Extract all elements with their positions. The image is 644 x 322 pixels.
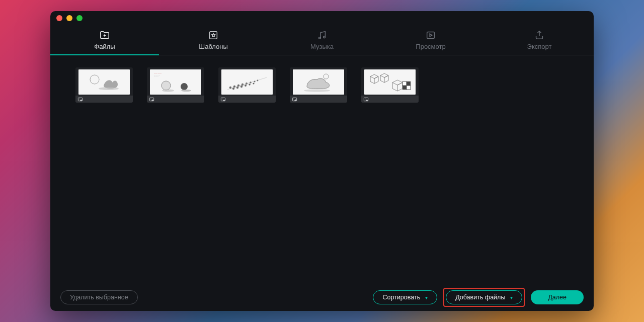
thumbnail-preview: —— —— — — — — — — — (150, 69, 201, 95)
delete-selected-button[interactable]: Удалить выбранное (60, 290, 138, 304)
svg-rect-38 (403, 86, 407, 90)
svg-text:— — —: — — — (154, 76, 158, 77)
svg-point-27 (249, 84, 251, 86)
svg-point-33 (222, 98, 222, 99)
tab-export[interactable]: Экспорт (485, 25, 594, 55)
thumbnail-info-strip (147, 96, 204, 103)
media-thumbnail[interactable] (75, 67, 133, 103)
svg-point-26 (245, 85, 247, 87)
thumbnail-preview (78, 69, 130, 95)
next-label: Далее (548, 294, 567, 301)
next-button[interactable]: Далее (531, 290, 584, 304)
svg-point-12 (162, 90, 174, 92)
media-thumbnail[interactable] (218, 67, 276, 103)
svg-point-28 (253, 83, 254, 84)
tab-templates-label: Шаблоны (199, 43, 228, 50)
app-window: Файлы Шаблоны Музыка Просмотр Экспо (50, 11, 594, 311)
svg-point-43 (365, 98, 365, 99)
chevron-down-icon: ▾ (510, 295, 513, 300)
export-icon (534, 30, 545, 41)
svg-point-2 (324, 36, 326, 38)
svg-rect-40 (403, 82, 407, 86)
tab-export-label: Экспорт (527, 43, 552, 50)
svg-point-37 (293, 98, 294, 99)
svg-text:—— ——: —— —— (154, 72, 162, 74)
tab-files-label: Файлы (94, 43, 115, 50)
svg-point-11 (162, 81, 171, 90)
chevron-down-icon: ▾ (425, 295, 428, 300)
tab-files[interactable]: Файлы (50, 25, 159, 55)
svg-point-5 (99, 87, 119, 90)
svg-rect-3 (427, 32, 435, 39)
window-minimize-button[interactable] (66, 15, 72, 21)
window-maximize-button[interactable] (76, 15, 83, 21)
thumbnail-info-strip (290, 96, 347, 103)
svg-point-1 (319, 37, 321, 39)
tab-music-label: Музыка (310, 43, 334, 50)
image-icon (220, 97, 226, 102)
window-close-button[interactable] (56, 15, 62, 21)
image-icon (77, 97, 83, 102)
tab-templates[interactable]: Шаблоны (159, 25, 268, 55)
svg-rect-41 (407, 82, 411, 86)
svg-point-13 (181, 83, 188, 90)
delete-selected-label: Удалить выбранное (70, 294, 128, 301)
sort-label: Сортировать (382, 294, 420, 301)
svg-point-4 (90, 75, 99, 84)
add-files-button[interactable]: Добавить файлы ▾ (446, 290, 522, 304)
sort-button[interactable]: Сортировать ▾ (373, 290, 437, 304)
thumbnail-preview (293, 69, 344, 95)
svg-point-25 (240, 86, 243, 88)
star-square-icon (208, 30, 219, 41)
tutorial-highlight: Добавить файлы ▾ (443, 288, 525, 307)
thumbnail-info-strip (75, 96, 133, 103)
media-thumbnail[interactable]: —— —— — — — — — — — (147, 67, 204, 103)
svg-point-35 (304, 90, 330, 92)
play-square-icon (425, 30, 436, 41)
svg-point-34 (324, 74, 329, 79)
svg-point-7 (79, 98, 79, 99)
titlebar (50, 11, 594, 25)
tab-music[interactable]: Музыка (268, 25, 376, 55)
svg-rect-39 (407, 86, 411, 90)
tab-preview-label: Просмотр (416, 43, 445, 50)
thumbnail-preview (364, 69, 416, 95)
footer-bar: Удалить выбранное Сортировать ▾ Добавить… (50, 284, 594, 311)
image-icon (149, 97, 154, 102)
image-icon (363, 97, 369, 102)
thumbnail-grid: —— —— — — — — — — — (75, 67, 569, 103)
media-thumbnail[interactable] (361, 67, 419, 103)
svg-point-14 (181, 90, 191, 92)
thumbnail-info-strip (361, 96, 419, 103)
music-icon (316, 30, 328, 41)
thumbnail-info-strip (218, 96, 276, 103)
thumbnail-preview (221, 69, 273, 95)
svg-point-20 (242, 84, 244, 86)
svg-point-16 (150, 98, 151, 99)
media-thumbnail[interactable] (290, 67, 347, 103)
add-files-label: Добавить файлы (455, 294, 505, 301)
svg-line-31 (227, 77, 267, 90)
tab-preview[interactable]: Просмотр (376, 25, 485, 55)
folder-plus-icon (99, 30, 110, 41)
image-icon (292, 97, 297, 102)
content-area: —— —— — — — — — — — (50, 55, 594, 284)
main-tabs: Файлы Шаблоны Музыка Просмотр Экспо (50, 25, 594, 55)
